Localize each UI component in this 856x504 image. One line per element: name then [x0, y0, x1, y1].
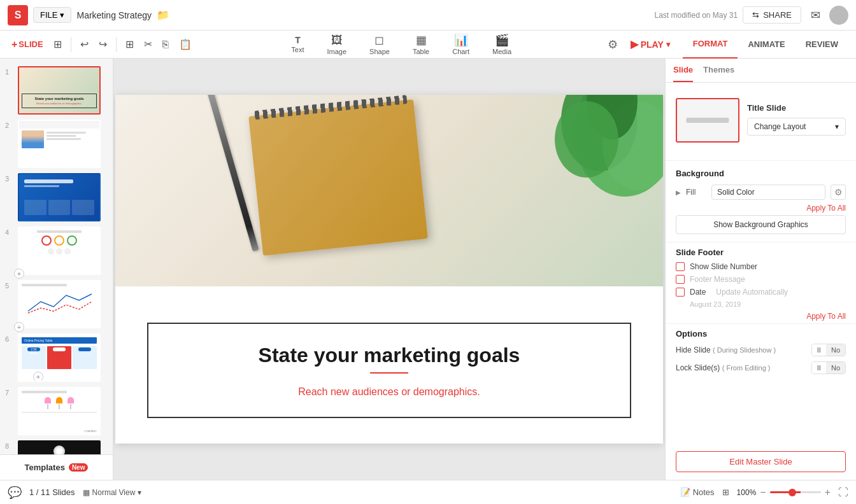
slide-thumbnail[interactable]: [18, 227, 101, 275]
play-caret-icon: ▾: [666, 40, 670, 49]
insert-table-label: Table: [413, 48, 429, 55]
insert-image-button[interactable]: 🖼 Image: [322, 32, 352, 57]
hide-slide-ii-button[interactable]: II: [812, 344, 826, 356]
footer-message-checkbox[interactable]: [676, 275, 685, 284]
fill-row: ▶ Fill Solid Color ⚙: [676, 185, 846, 200]
notification-icon[interactable]: ✉: [806, 6, 824, 24]
toolbar-center: T Text 🖼 Image ◻ Shape ▦ Table 📊 Chart 🎬…: [198, 32, 605, 57]
slide-item[interactable]: 7: [0, 384, 113, 438]
lock-slide-ii-button[interactable]: II: [812, 362, 826, 374]
slide-number: 5: [5, 280, 14, 290]
tab-themes[interactable]: Themes: [703, 59, 734, 82]
tab-slide[interactable]: Slide: [673, 59, 693, 82]
plus-icon: +: [11, 39, 17, 50]
notes-button[interactable]: 📝 Notes: [680, 487, 715, 497]
undo-button[interactable]: ↩: [76, 36, 92, 53]
slide-item[interactable]: 3: [0, 171, 113, 224]
slide-item[interactable]: 2: [0, 117, 113, 171]
media-icon: 🎬: [495, 33, 509, 47]
tab-review[interactable]: REVIEW: [795, 31, 848, 59]
toolbar-right: ⚙ ▶ PLAY ▾ FORMAT ANIMATE REVIEW: [608, 31, 848, 59]
slide-item[interactable]: 8 +: [0, 438, 113, 454]
templates-label: Templates: [25, 463, 65, 472]
options-section-title: Options: [676, 329, 846, 339]
fullscreen-button[interactable]: ⛶: [838, 487, 848, 498]
slide-item[interactable]: 4: [0, 224, 113, 277]
tab-animate[interactable]: ANIMATE: [738, 31, 795, 59]
fill-collapse-icon[interactable]: ▶: [676, 189, 681, 196]
templates-button[interactable]: Templates New: [0, 454, 113, 480]
insert-table-button[interactable]: ▦ Table: [408, 32, 434, 57]
slide-item[interactable]: 5 +: [0, 277, 113, 331]
crop-button[interactable]: ⊞: [122, 36, 138, 53]
hide-slide-no-button[interactable]: No: [826, 344, 845, 356]
slide-thumbnail[interactable]: [18, 120, 101, 168]
cut-button[interactable]: ✂: [140, 36, 156, 53]
footer-apply-to-all-link[interactable]: Apply To All: [676, 312, 846, 321]
play-button[interactable]: ▶ PLAY ▾: [623, 35, 678, 53]
settings-button[interactable]: ⚙: [608, 38, 618, 52]
show-background-graphics-button[interactable]: Show Background Graphics: [676, 215, 846, 234]
slide-title-text: State your marketing goals: [259, 343, 520, 367]
slide-item[interactable]: 1 State your marketing goals Reach new a…: [0, 64, 113, 117]
date-checkbox[interactable]: [676, 288, 685, 297]
comments-button[interactable]: 💬: [8, 486, 22, 500]
lock-slide-row: Lock Slide(s) ( From Editing ) II No: [676, 361, 846, 374]
slide-thumbnail[interactable]: [18, 440, 101, 454]
share-icon: ⇆: [752, 10, 759, 20]
slide-thumbnail[interactable]: State your marketing goals Reach new aud…: [18, 66, 101, 115]
copy-button[interactable]: ⎘: [159, 36, 173, 53]
zoom-out-button[interactable]: −: [760, 487, 766, 498]
hide-slide-row: Hide Slide ( During Slideshow ) II No: [676, 344, 846, 356]
footer-message-row: Footer Message: [676, 275, 846, 284]
grid-button[interactable]: ⊞: [722, 487, 729, 497]
insert-text-button[interactable]: T Text: [286, 34, 309, 55]
zoom-in-button[interactable]: +: [825, 487, 831, 498]
slide-canvas[interactable]: State your marketing goals Reach new aud…: [115, 95, 663, 444]
slides-list: 1 State your marketing goals Reach new a…: [0, 59, 113, 454]
insert-chart-label: Chart: [452, 48, 469, 55]
show-slide-number-checkbox[interactable]: [676, 262, 685, 271]
slide-thumbnail[interactable]: Online Pricing Table 2.5€ €/mo: [18, 333, 101, 382]
add-below-button-6[interactable]: +: [33, 372, 43, 382]
slide-number: 6: [5, 333, 14, 343]
add-slide-button[interactable]: + SLIDE: [8, 36, 47, 53]
insert-shape-button[interactable]: ◻ Shape: [364, 32, 395, 57]
slide-number: 8: [5, 440, 14, 450]
slide-number: 1: [5, 66, 14, 76]
fill-settings-button[interactable]: ⚙: [831, 185, 846, 200]
share-button[interactable]: ⇆ SHARE: [743, 6, 801, 24]
tab-format[interactable]: FORMAT: [683, 31, 738, 59]
toolbar-separator-2: [116, 37, 117, 52]
lock-slide-no-button[interactable]: No: [826, 362, 845, 374]
redo-button[interactable]: ↪: [95, 36, 111, 53]
slide-background-image: [115, 95, 663, 286]
paste-button[interactable]: 📋: [175, 36, 196, 53]
slide-thumbnail[interactable]: [18, 173, 101, 221]
text-icon: T: [295, 35, 301, 45]
notes-icon: 📝: [680, 487, 690, 497]
chart-icon: 📊: [454, 33, 468, 47]
date-label: Date: [690, 288, 706, 297]
last-modified-text: Last modified on May 31: [654, 11, 738, 20]
view-mode-button[interactable]: ▦ Normal View ▾: [83, 488, 142, 497]
layout-view-button[interactable]: ⊞: [50, 36, 66, 53]
insert-media-button[interactable]: 🎬 Media: [487, 32, 517, 57]
slide-thumbnail[interactable]: COMPANY: [18, 387, 101, 435]
fill-label: Fill: [686, 188, 706, 197]
apply-to-all-link[interactable]: Apply To All: [676, 204, 846, 213]
file-menu-button[interactable]: FILE ▾: [33, 7, 71, 23]
slide-content-box[interactable]: State your marketing goals Reach new aud…: [147, 323, 631, 418]
fill-type-dropdown[interactable]: Solid Color: [711, 185, 825, 200]
slide-thumbnail[interactable]: [18, 280, 101, 328]
user-avatar[interactable]: [829, 6, 848, 25]
chevron-down-icon: ▾: [835, 122, 839, 131]
edit-master-slide-button[interactable]: Edit Master Slide: [676, 451, 846, 472]
app-logo: S: [8, 5, 28, 25]
panel-tabs: Slide Themes: [666, 59, 856, 83]
zoom-slider[interactable]: [770, 491, 821, 493]
slide-item[interactable]: 6 Online Pricing Table 2.5€ €/mo: [0, 331, 113, 384]
toolbar: + SLIDE ⊞ ↩ ↪ ⊞ ✂ ⎘ 📋 T Text 🖼 Image ◻ S…: [0, 31, 856, 59]
insert-chart-button[interactable]: 📊 Chart: [447, 32, 474, 57]
change-layout-button[interactable]: Change Layout ▾: [747, 118, 846, 136]
